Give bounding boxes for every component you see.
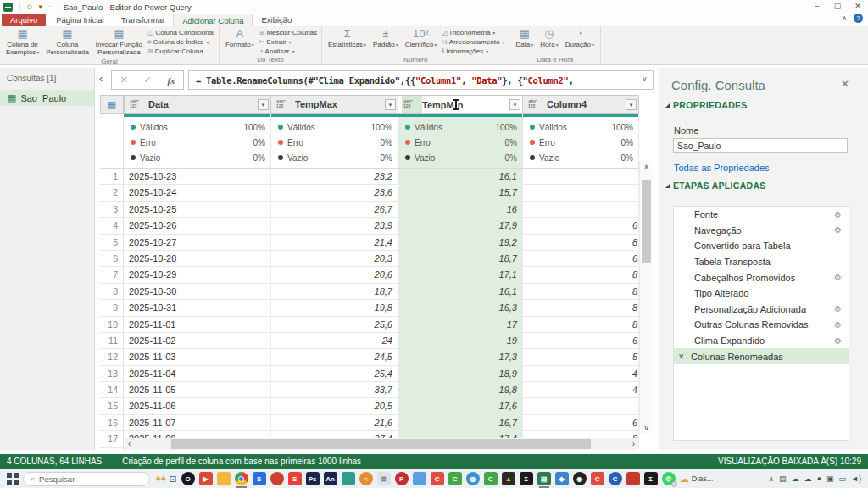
ribbon-button-extrair[interactable]: ✂Extrair▾ [258,37,319,47]
table-cell[interactable]: 16,3 [398,300,523,316]
taskbar-app-teal-app[interactable] [342,472,355,485]
taskbar-app-dark-app[interactable]: ▲ [502,472,515,485]
table-cell[interactable]: 2025-11-03 [124,349,271,365]
table-cell[interactable]: 6 [523,333,639,349]
table-cell[interactable]: 6 [523,218,639,234]
ribbon-button-arredondamento[interactable]: ½Arredondamento▾ [440,37,506,47]
tray-icon-7[interactable]: ◄) [851,474,861,483]
step-fonte[interactable]: Fonte⚙ [674,207,849,223]
table-cell[interactable]: 8 [523,300,639,316]
formula-expand-icon[interactable]: ∨ [642,75,648,83]
table-cell[interactable]: 19 [398,333,523,349]
table-cell[interactable]: 19,8 [271,300,398,316]
formula-fx-icon[interactable]: fx [167,75,175,86]
table-cell[interactable] [523,185,639,201]
ribbon-button-informacoes[interactable]: ℹInformações▾ [440,47,506,56]
table-cell[interactable]: 8 [523,267,639,283]
table-cell[interactable]: 20,3 [271,251,398,267]
ribbon-button-trigonometria[interactable]: ◿Trigonometria▾ [440,28,506,37]
table-cell[interactable]: 20,6 [271,267,398,283]
horizontal-scrollbar[interactable]: ‹ › [125,438,638,450]
taskbar-app-obs-studio[interactable]: O [181,472,195,485]
step-navegacao[interactable]: Navegação⚙ [674,223,849,239]
tab-arquivo[interactable]: Arquivo [2,14,46,26]
step-personalizacao-adicionada[interactable]: Personalização Adicionada⚙ [674,302,849,318]
close-button[interactable]: ✕ [848,0,868,13]
horizontal-scroll-thumb[interactable] [171,439,591,449]
step-settings-gear-icon[interactable]: ⚙ [834,304,842,313]
table-cell[interactable]: 2025-10-30 [124,284,271,300]
task-view-icon[interactable]: ⊡ [169,474,176,485]
taskbar-app-black-sigma[interactable]: Σ [520,472,533,485]
table-cell[interactable]: 2025-10-31 [124,300,271,316]
taskbar-app-photoshop[interactable]: Ps [306,472,320,485]
all-properties-link[interactable]: Todas as Propriedades [674,163,770,173]
table-cell[interactable]: 25,4 [271,366,398,382]
vertical-scrollbar[interactable]: ∧ ∨ [639,161,652,434]
step-outras-colunas-removidas[interactable]: Outras Colunas Removidas⚙ [674,317,849,333]
scroll-down-icon[interactable]: ∨ [640,424,653,432]
table-cell[interactable]: 6 [523,415,639,431]
step-settings-gear-icon[interactable]: ⚙ [834,273,842,282]
step-clima-expandido[interactable]: Clima Expandido⚙ [674,333,849,349]
table-cell[interactable]: 2025-10-28 [124,251,271,267]
table-cell[interactable]: 6 [523,251,639,267]
taskbar-app-animate[interactable]: An [324,472,337,485]
taskbar-app-black-circle-app[interactable]: ◉ [573,472,587,485]
column-filter-icon[interactable]: ▼ [258,99,269,110]
column-type-icon[interactable]: ABC123 [403,100,420,108]
table-cell[interactable]: 17 [398,317,523,333]
table-cell[interactable]: 18,9 [398,366,523,382]
column-filter-icon[interactable]: ▼ [509,99,520,110]
tab-adicionar-coluna[interactable]: Adicionar Coluna [173,14,253,26]
column-header-column4[interactable]: ABC123Column4▼ [523,95,639,114]
vertical-scroll-thumb[interactable] [642,180,651,263]
taskbar-app-chrome[interactable] [235,472,248,485]
table-cell[interactable]: 26,7 [271,202,398,218]
tray-icon-3[interactable]: ☁ [804,474,812,483]
taskbar-app-screen-recorder[interactable]: ▶ [199,472,213,485]
table-cell[interactable]: 2025-11-04 [124,366,271,382]
copilot-icon[interactable]: ✦✦ [154,474,164,485]
table-cell[interactable]: 33,7 [271,382,398,398]
ribbon-button-coluna-de-indice[interactable]: #Coluna de Índice▾ [146,37,216,47]
table-cell[interactable] [523,169,639,185]
ribbon-button-coluna-condicional[interactable]: ◫Coluna Condicional [146,28,216,37]
ribbon-button-invocar-funcao-personalizada[interactable]: ▦Invocar FunçãoPersonalizada [92,27,146,58]
taskbar-app-notes-app[interactable]: ≣ [377,472,391,485]
ribbon-button-coluna-personalizada[interactable]: ▦ColunaPersonalizada [42,27,92,58]
tab-exibicao[interactable]: Exibição [253,14,300,26]
table-cell[interactable]: 15,7 [398,185,523,201]
start-button-icon[interactable] [7,473,19,485]
ribbon-button-data[interactable]: ▦Data▾ [512,27,537,56]
table-cell[interactable]: 8 [523,235,639,251]
tray-icon-4[interactable]: ● [817,474,821,483]
step-settings-gear-icon[interactable]: ⚙ [834,336,842,346]
table-cell[interactable]: 21,4 [271,235,398,251]
tray-icon-5[interactable]: ▣ [826,474,834,483]
table-cell[interactable]: 2025-10-23 [124,169,271,185]
taskbar-app-camtasia-green-2[interactable]: C [484,472,498,485]
taskbar-app-wallet-app[interactable]: ▤ [537,472,551,485]
table-cell[interactable]: 2025-11-05 [124,382,271,398]
table-cell[interactable]: 2025-10-29 [124,267,271,283]
formula-cancel-icon[interactable]: ✕ [120,75,127,86]
query-name-input[interactable] [673,138,848,152]
weather-widget[interactable]: ☁ Dias... [680,474,714,485]
quick-access-dropdown-icon[interactable]: ▾ [39,3,43,11]
table-cell[interactable]: 2025-11-07 [124,415,271,431]
feedback-smiley-icon[interactable]: ☺ [25,3,33,11]
table-cell[interactable] [523,398,639,414]
table-cell[interactable]: 17,6 [398,398,523,414]
table-cell[interactable]: 16,1 [398,284,523,300]
tray-icon-0[interactable]: ∧ [769,474,775,483]
column-type-icon[interactable]: ABC123 [130,100,147,108]
table-cell[interactable]: 2025-10-26 [124,218,271,234]
properties-header[interactable]: PROPRIEDADES [673,100,748,110]
table-cell[interactable]: 24 [271,333,398,349]
formula-commit-icon[interactable]: ✓ [143,75,151,86]
table-cell[interactable]: 4 [523,382,639,398]
taskbar-app-file-explorer[interactable] [217,472,231,485]
step-tabela-transposta[interactable]: Tabela Transposta [674,254,849,270]
ribbon-button-coluna-de-exemplos[interactable]: ▦Coluna deExemplos▾ [3,27,42,58]
